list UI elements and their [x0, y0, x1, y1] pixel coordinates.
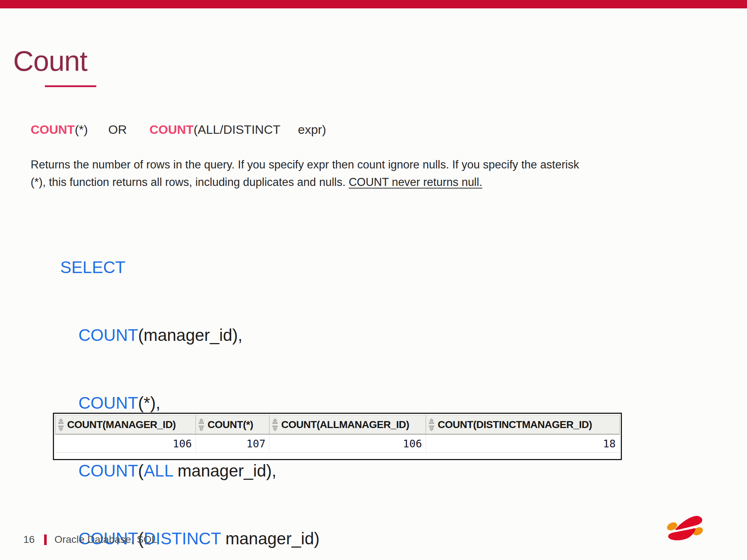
description-underlined-text: COUNT never returns null.	[349, 176, 482, 188]
title-underline	[45, 85, 96, 87]
logo-orange-shape	[666, 521, 678, 532]
description-line-2: (*), this function returns all rows, inc…	[31, 174, 716, 191]
column-header-label: COUNT(ALLMANAGER_ID)	[281, 419, 409, 431]
syntax-args: (ALL/DISTINCT	[194, 122, 280, 136]
column-header: COUNT(*)	[196, 415, 270, 435]
result-grid-data-row: 106 107 106 18	[55, 435, 620, 453]
sql-keyword: COUNT	[78, 393, 138, 412]
column-header-label: COUNT(DISTINCTMANAGER_ID)	[438, 419, 592, 431]
sort-arrows-icon	[198, 419, 204, 431]
column-header: COUNT(MANAGER_ID)	[55, 415, 196, 435]
syntax-keyword: COUNT	[150, 122, 194, 136]
sql-keyword: ALL	[144, 461, 173, 480]
column-header-label: COUNT(MANAGER_ID)	[67, 419, 176, 431]
sort-arrows-icon	[429, 419, 434, 431]
footer-label: Oracle Database, SQL	[54, 534, 157, 545]
sql-code-block: SELECT COUNT(manager_id), COUNT(*), COUN…	[60, 211, 320, 560]
sort-arrows-icon	[272, 419, 278, 431]
column-header: COUNT(ALLMANAGER_ID)	[270, 415, 426, 435]
sql-text: (*),	[138, 393, 160, 412]
grid-cell-value: 106	[55, 435, 196, 453]
column-header-label: COUNT(*)	[208, 419, 253, 431]
slide: Count COUNT(*)ORCOUNT(ALL/DISTINCTexpr) …	[0, 0, 747, 560]
code-line: COUNT(*),	[60, 392, 320, 414]
sql-text: manager_id),	[173, 461, 276, 480]
grid-cell-value: 107	[196, 435, 270, 453]
grid-cell-value: 18	[426, 435, 620, 453]
grid-cell-value: 106	[270, 435, 426, 453]
code-line: SELECT	[60, 256, 320, 279]
footer-divider	[44, 534, 47, 545]
sql-text: manager_id)	[221, 529, 320, 548]
syntax-args: (*)	[75, 122, 88, 136]
sort-arrows-icon	[58, 419, 64, 431]
code-line: COUNT(manager_id),	[60, 324, 320, 346]
sql-text: (	[138, 461, 144, 480]
sql-keyword: COUNT	[78, 326, 138, 345]
description-line-1: Returns the number of rows in the query.…	[31, 156, 716, 174]
page-number: 16	[23, 534, 35, 545]
sql-keyword: COUNT	[78, 461, 138, 480]
syntax-keyword: COUNT	[31, 122, 75, 136]
result-grid: COUNT(MANAGER_ID) COUNT(*) COUNT(ALLMANA…	[53, 413, 622, 460]
code-line: COUNT(ALL manager_id),	[60, 459, 320, 482]
top-accent-bar	[0, 0, 747, 8]
syntax-line: COUNT(*)ORCOUNT(ALL/DISTINCTexpr)	[31, 122, 326, 137]
column-header: COUNT(DISTINCTMANAGER_ID)	[426, 415, 620, 435]
syntax-or: OR	[108, 122, 127, 136]
description-paragraph: Returns the number of rows in the query.…	[31, 156, 716, 191]
sql-text: (manager_id),	[138, 326, 243, 345]
s-swoosh-logo-icon	[666, 514, 704, 543]
footer: 16 Oracle Database, SQL	[23, 534, 157, 545]
sql-keyword: SELECT	[60, 258, 125, 277]
syntax-expr: expr)	[298, 122, 326, 136]
page-title: Count	[13, 44, 87, 78]
result-grid-header-row: COUNT(MANAGER_ID) COUNT(*) COUNT(ALLMANA…	[55, 415, 620, 435]
description-text: (*), this function returns all rows, inc…	[31, 176, 349, 188]
